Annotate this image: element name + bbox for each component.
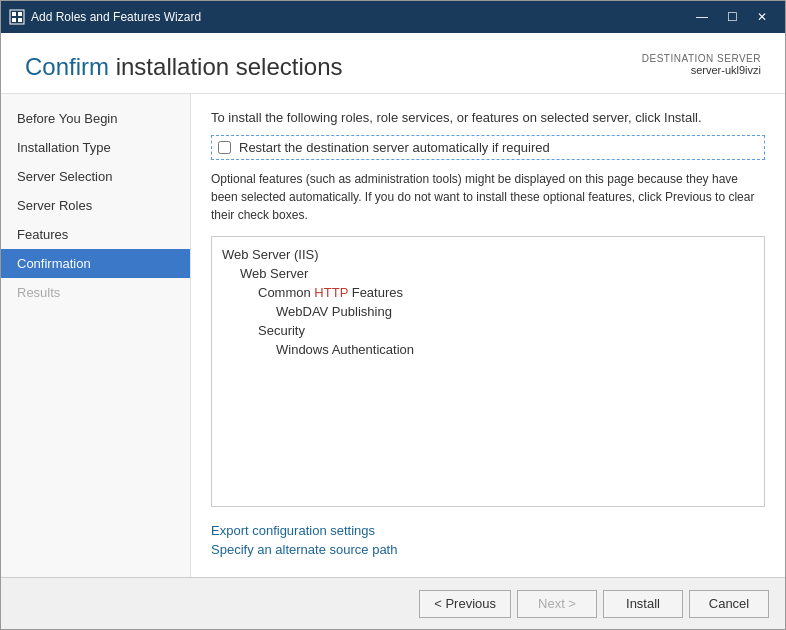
feature-web-server: Web Server: [240, 264, 754, 283]
maximize-button[interactable]: ☐: [717, 1, 747, 33]
page-title: Confirm installation selections: [25, 53, 342, 81]
restart-checkbox-row: Restart the destination server automatic…: [211, 135, 765, 160]
sidebar: Before You Begin Installation Type Serve…: [1, 94, 191, 577]
svg-rect-4: [18, 18, 22, 22]
title-rest: installation selections: [109, 53, 342, 80]
content-area: Confirm installation selections DESTINAT…: [1, 33, 785, 577]
cancel-button[interactable]: Cancel: [689, 590, 769, 618]
sidebar-item-installation-type[interactable]: Installation Type: [1, 133, 190, 162]
minimize-button[interactable]: —: [687, 1, 717, 33]
install-button[interactable]: Install: [603, 590, 683, 618]
sidebar-item-before-you-begin[interactable]: Before You Begin: [1, 104, 190, 133]
destination-name: server-ukl9ivzi: [642, 64, 761, 76]
links-area: Export configuration settings Specify an…: [211, 523, 765, 561]
destination-server-info: DESTINATION SERVER server-ukl9ivzi: [642, 53, 761, 76]
restart-checkbox-label[interactable]: Restart the destination server automatic…: [239, 140, 550, 155]
feature-security: Security: [258, 321, 754, 340]
feature-web-server-iis: Web Server (IIS): [222, 245, 754, 264]
previous-button[interactable]: < Previous: [419, 590, 511, 618]
export-config-link[interactable]: Export configuration settings: [211, 523, 765, 538]
feature-windows-auth: Windows Authentication: [276, 340, 754, 359]
footer: < Previous Next > Install Cancel: [1, 577, 785, 629]
window-title: Add Roles and Features Wizard: [31, 10, 687, 24]
sidebar-item-server-roles[interactable]: Server Roles: [1, 191, 190, 220]
title-bar: Add Roles and Features Wizard — ☐ ✕: [1, 1, 785, 33]
sidebar-item-features[interactable]: Features: [1, 220, 190, 249]
main-content-panel: To install the following roles, role ser…: [191, 94, 785, 577]
sidebar-item-results: Results: [1, 278, 190, 307]
sidebar-item-server-selection[interactable]: Server Selection: [1, 162, 190, 191]
svg-rect-1: [12, 12, 16, 16]
instruction-text: To install the following roles, role ser…: [211, 110, 765, 125]
alternate-source-link[interactable]: Specify an alternate source path: [211, 542, 765, 557]
page-header: Confirm installation selections DESTINAT…: [1, 33, 785, 94]
main-body: Before You Begin Installation Type Serve…: [1, 94, 785, 577]
title-confirm: Confirm: [25, 53, 109, 80]
sidebar-item-confirmation[interactable]: Confirmation: [1, 249, 190, 278]
optional-text: Optional features (such as administratio…: [211, 170, 765, 224]
app-icon: [9, 9, 25, 25]
next-button[interactable]: Next >: [517, 590, 597, 618]
svg-rect-3: [12, 18, 16, 22]
wizard-window: Add Roles and Features Wizard — ☐ ✕ Conf…: [0, 0, 786, 630]
feature-common-http: Common HTTP Features: [258, 283, 754, 302]
features-list-box: Web Server (IIS) Web Server Common HTTP …: [211, 236, 765, 507]
svg-rect-2: [18, 12, 22, 16]
close-button[interactable]: ✕: [747, 1, 777, 33]
window-controls: — ☐ ✕: [687, 1, 777, 33]
feature-webdav: WebDAV Publishing: [276, 302, 754, 321]
destination-label: DESTINATION SERVER: [642, 53, 761, 64]
restart-checkbox[interactable]: [218, 141, 231, 154]
